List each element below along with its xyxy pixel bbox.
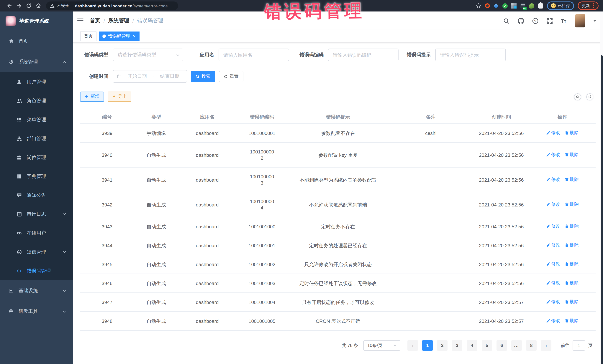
- sidebar-item-label: 角色管理: [27, 97, 46, 104]
- app-name-input[interactable]: [219, 49, 289, 61]
- sidebar-item-1[interactable]: 系统管理: [0, 52, 73, 72]
- app-logo[interactable]: 芋道管理系统: [0, 11, 73, 31]
- sidebar-item-5[interactable]: 部门管理: [0, 129, 73, 148]
- page-button-1[interactable]: 1: [422, 340, 433, 351]
- delete-link[interactable]: 删除: [565, 201, 579, 208]
- sidebar-item-9[interactable]: 审计日志: [0, 205, 73, 223]
- edit-link[interactable]: 修改: [546, 201, 560, 208]
- url-bar[interactable]: 不安全 dashboard.yudao.iocoder.cn/system/er…: [46, 1, 178, 10]
- cell-time: 2021-04-20 23:52:56: [474, 192, 529, 217]
- add-button[interactable]: 新增: [80, 92, 104, 102]
- sidebar-item-12[interactable]: 错误码管理: [0, 261, 73, 280]
- page-button-5[interactable]: 5: [482, 340, 492, 351]
- goto-page-input[interactable]: [573, 340, 585, 351]
- date-range-picker[interactable]: 开始日期 - 结束日期: [113, 70, 187, 83]
- page-ellipsis[interactable]: ...: [511, 340, 522, 351]
- page-button-6[interactable]: 6: [497, 340, 507, 351]
- edit-link[interactable]: 修改: [546, 242, 560, 248]
- reload-icon[interactable]: [24, 1, 33, 11]
- edit-link[interactable]: 修改: [546, 318, 560, 324]
- page-button-2[interactable]: 2: [437, 340, 448, 351]
- extension-green-leaf-icon[interactable]: [529, 3, 534, 8]
- page-scrollbar[interactable]: [600, 11, 603, 364]
- browser-update-button[interactable]: 更新: [578, 1, 599, 10]
- delete-link[interactable]: 删除: [565, 318, 579, 324]
- scrollbar-thumb[interactable]: [601, 55, 603, 364]
- extension-green-check-icon[interactable]: ✓: [502, 3, 508, 8]
- fullscreen-icon[interactable]: [546, 17, 553, 24]
- user-avatar[interactable]: [575, 14, 585, 27]
- edit-link[interactable]: 修改: [546, 130, 560, 136]
- error-message-label: 错误码提示: [407, 52, 435, 58]
- forward-icon[interactable]: [14, 1, 24, 11]
- table-header-row: 编号 类型 应用名 错误码编码 错误码提示 备注 创建时间 操作: [80, 111, 596, 124]
- extension-orange-ring-icon[interactable]: [485, 3, 490, 8]
- delete-link[interactable]: 删除: [565, 261, 579, 267]
- font-size-icon[interactable]: TT: [561, 18, 566, 23]
- delete-link[interactable]: 删除: [565, 242, 579, 248]
- table-row: 3943自动生成dashboard1001001000定时任务不存在2021-0…: [80, 217, 596, 236]
- cell-app: dashboard: [178, 217, 236, 236]
- avatar-dropdown-caret-icon[interactable]: [593, 20, 597, 22]
- sidebar-item-8[interactable]: 通知公告: [0, 186, 73, 205]
- error-type-select[interactable]: 请选择错误码类型: [113, 49, 183, 61]
- edit-link[interactable]: 修改: [546, 299, 560, 305]
- toggle-search-icon[interactable]: [574, 93, 581, 100]
- reset-button[interactable]: 重置: [219, 71, 244, 82]
- export-button[interactable]: 导出: [108, 92, 131, 102]
- delete-link[interactable]: 删除: [565, 280, 579, 286]
- edit-link[interactable]: 修改: [546, 223, 560, 230]
- profile-paused-badge[interactable]: 已暂停: [547, 1, 574, 10]
- edit-link[interactable]: 修改: [546, 152, 560, 158]
- sidebar-item-11[interactable]: 短信管理: [0, 243, 73, 261]
- sidebar-item-2[interactable]: 用户管理: [0, 72, 73, 91]
- tab-home[interactable]: 首页: [80, 31, 96, 41]
- tab-error-code[interactable]: 错误码管理 ×: [99, 31, 139, 41]
- error-message-input[interactable]: [436, 49, 505, 61]
- breadcrumb-system[interactable]: 系统管理: [108, 17, 129, 24]
- delete-link[interactable]: 删除: [565, 299, 579, 305]
- error-code-input[interactable]: [328, 49, 398, 61]
- next-page-button[interactable]: ›: [541, 340, 551, 351]
- page-button-8[interactable]: 8: [526, 340, 537, 351]
- cell-time: 2021-04-20 23:52:56: [474, 236, 529, 255]
- delete-link[interactable]: 删除: [565, 223, 579, 230]
- page-button-3[interactable]: 3: [452, 340, 462, 351]
- extension-list-on-icon[interactable]: [520, 3, 525, 8]
- sidebar-item-4[interactable]: 菜单管理: [0, 110, 73, 129]
- cell-id: 3940: [80, 143, 134, 167]
- delete-link[interactable]: 删除: [565, 130, 579, 136]
- sidebar-item-3[interactable]: 角色管理: [0, 91, 73, 110]
- extension-blue-gem-icon[interactable]: [494, 3, 499, 8]
- home-icon[interactable]: [33, 1, 43, 11]
- sidebar-item-14[interactable]: 研发工具: [0, 301, 73, 322]
- delete-link[interactable]: 删除: [565, 152, 579, 158]
- search-button[interactable]: 搜索: [191, 71, 215, 82]
- refresh-table-icon[interactable]: [586, 93, 593, 100]
- sidebar-item-10[interactable]: 在线用户: [0, 223, 73, 243]
- cell-msg: 只允许修改为开启或者关闭状态: [288, 255, 388, 274]
- delete-link[interactable]: 删除: [565, 176, 579, 183]
- edit-link[interactable]: 修改: [546, 261, 560, 267]
- page-button-4[interactable]: 4: [467, 340, 477, 351]
- search-icon[interactable]: [503, 17, 510, 24]
- col-message: 错误码提示: [288, 111, 388, 124]
- edit-link[interactable]: 修改: [546, 176, 560, 183]
- sidebar-item-6[interactable]: 岗位管理: [0, 148, 73, 167]
- page-size-select[interactable]: 10条/页: [363, 340, 400, 351]
- browser-menu-icon[interactable]: [593, 5, 594, 6]
- extension-puzzle-icon[interactable]: [538, 3, 543, 8]
- extension-grid-icon[interactable]: [511, 3, 517, 8]
- edit-link[interactable]: 修改: [546, 280, 560, 286]
- back-icon[interactable]: [4, 1, 14, 11]
- bookmark-star-icon[interactable]: [476, 3, 481, 9]
- sidebar-item-0[interactable]: 首页: [0, 31, 73, 52]
- hamburger-icon[interactable]: [77, 18, 83, 23]
- help-icon[interactable]: ?: [532, 17, 539, 24]
- breadcrumb-home[interactable]: 首页: [90, 17, 100, 24]
- tab-close-icon[interactable]: ×: [133, 34, 136, 39]
- sidebar-item-7[interactable]: 字典管理: [0, 167, 73, 186]
- github-icon[interactable]: [517, 17, 524, 24]
- sidebar-item-13[interactable]: 基础设施: [0, 280, 73, 301]
- prev-page-button[interactable]: ‹: [407, 340, 418, 351]
